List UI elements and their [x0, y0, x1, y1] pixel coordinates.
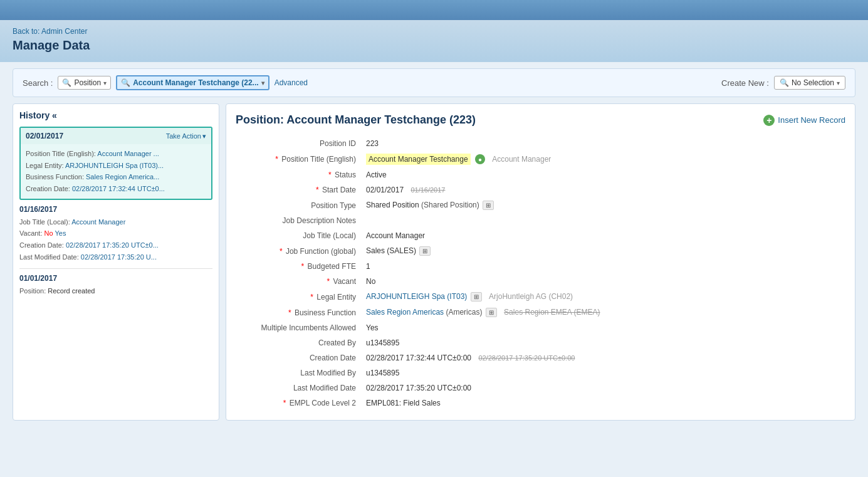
field-value: EMPL081: Field Sales: [361, 396, 845, 411]
table-row: Position Type Shared Position (Shared Po…: [236, 197, 845, 213]
chevron-down-icon: ▾: [837, 80, 840, 86]
chevron-down-icon: ▾: [103, 80, 107, 86]
field-value: 02/01/2017 01/16/2017: [361, 182, 845, 197]
field-label: * Budgeted FTE: [236, 259, 361, 274]
field-label: Multiple Incumbents Allowed: [236, 320, 361, 335]
list-item: Vacant: No Yes: [19, 228, 212, 239]
list-item: Last Modified Date: 02/28/2017 17:35:20 …: [19, 251, 212, 263]
search-value-label: Account Manager Testchange (22...: [133, 78, 259, 87]
table-row: * Position Title (English) Account Manag…: [236, 151, 845, 167]
list-item: Business Function: Sales Region America.…: [26, 171, 206, 183]
take-action-button[interactable]: Take Action ▾: [166, 132, 206, 140]
field-value: Account Manager: [361, 228, 845, 243]
field-tag: ⊞: [471, 292, 482, 301]
search-icon: 🔍: [780, 78, 789, 87]
search-icon: 🔍: [62, 78, 71, 87]
field-label: * Vacant: [236, 274, 361, 289]
field-value: Yes: [361, 320, 845, 335]
table-row: Last Modified Date 02/28/2017 17:35:20 U…: [236, 380, 845, 396]
history-section-jan01: 01/01/2017 Position: Record created: [19, 274, 212, 302]
list-item: Creation Date: 02/28/2017 17:32:44 UTC±0…: [26, 183, 206, 195]
create-new-label: Create New :: [721, 78, 769, 88]
list-item: Legal Entity: ARJOHUNTLEIGH Spa (IT03)..…: [26, 160, 206, 172]
field-label: Last Modified By: [236, 365, 361, 380]
insert-new-record-button[interactable]: + Insert New Record: [763, 115, 845, 126]
field-label: * EMPL Code Level 2: [236, 396, 361, 411]
field-label: * Business Function: [236, 305, 361, 320]
insert-record-label: Insert New Record: [778, 115, 845, 125]
detail-header: Position: Account Manager Testchange (22…: [236, 113, 845, 127]
search-type-dropdown[interactable]: 🔍 Position ▾: [58, 76, 111, 90]
page-title: Manage Data: [13, 38, 855, 53]
table-row: * Start Date 02/01/2017 01/16/2017: [236, 182, 845, 197]
history-panel: History « 02/01/2017 Take Action ▾ Posit…: [13, 103, 219, 421]
field-label: Position ID: [236, 136, 361, 151]
table-row: Last Modified By u1345895: [236, 365, 845, 380]
top-bar: [0, 0, 868, 20]
field-label: Job Description Notes: [236, 213, 361, 228]
field-value: No: [361, 274, 845, 289]
list-item: Creation Date: 02/28/2017 17:35:20 UTC±0…: [19, 239, 212, 251]
field-value: 1: [361, 259, 845, 274]
history-section-date: 01/16/2017: [19, 205, 212, 214]
search-type-label: Position: [74, 78, 101, 87]
field-value: 02/28/2017 17:35:20 UTC±0:00: [361, 380, 845, 396]
field-label: * Start Date: [236, 182, 361, 197]
no-selection-label: No Selection: [792, 78, 834, 87]
field-value: [361, 213, 845, 228]
search-right: Create New : 🔍 No Selection ▾: [721, 76, 845, 90]
field-value: Sales Region Americas (Americas) ⊞ Sales…: [361, 305, 845, 320]
table-row: * Job Function (global) Sales (SALES) ⊞: [236, 243, 845, 259]
strikethrough-value: Sales Region EMEA (EMEA): [504, 308, 600, 317]
field-value: Active: [361, 167, 845, 182]
table-row: Job Description Notes: [236, 213, 845, 228]
history-header[interactable]: History «: [19, 110, 212, 120]
list-item: Position: Record created: [19, 285, 212, 297]
search-icon: 🔍: [121, 78, 130, 87]
search-left: Search : 🔍 Position ▾ 🔍 Account Manager …: [23, 75, 308, 90]
table-row: * EMPL Code Level 2 EMPL081: Field Sales: [236, 396, 845, 411]
field-label: Position Type: [236, 197, 361, 213]
field-value: Shared Position (Shared Position) ⊞: [361, 197, 845, 213]
history-section-body-jan01: Position: Record created: [19, 285, 212, 297]
field-label: Created By: [236, 335, 361, 350]
field-value: 223: [361, 136, 845, 151]
table-row: Multiple Incumbents Allowed Yes: [236, 320, 845, 335]
advanced-link[interactable]: Advanced: [275, 78, 308, 87]
no-selection-dropdown[interactable]: 🔍 No Selection ▾: [774, 76, 845, 90]
table-row: Position ID 223: [236, 136, 845, 151]
table-row: Creation Date 02/28/2017 17:32:44 UTC±0:…: [236, 350, 845, 365]
caret-down-icon: ▾: [202, 132, 206, 140]
detail-title: Position: Account Manager Testchange (22…: [236, 113, 476, 127]
highlighted-value: Account Manager Testchange: [366, 154, 471, 165]
table-row: * Vacant No: [236, 274, 845, 289]
field-value: ARJOHUNTLEIGH Spa (IT03) ⊞ ArjoHuntleigh…: [361, 289, 845, 305]
field-value: Account Manager Testchange ● Account Man…: [361, 151, 845, 167]
history-section-date-jan01: 01/01/2017: [19, 274, 212, 283]
search-value-dropdown[interactable]: 🔍 Account Manager Testchange (22... ▾: [116, 75, 269, 90]
field-label: * Job Function (global): [236, 243, 361, 259]
page-header: Back to: Admin Center Manage Data: [0, 20, 868, 62]
secondary-value: ArjoHuntleigh AG (CH02): [489, 292, 573, 301]
field-value: u1345895: [361, 335, 845, 350]
field-label: * Position Title (English): [236, 151, 361, 167]
plus-icon: +: [763, 115, 775, 126]
field-label: * Legal Entity: [236, 289, 361, 305]
history-section-body: Job Title (Local): Account Manager Vacan…: [19, 216, 212, 263]
history-record-header: 02/01/2017 Take Action ▾: [21, 128, 211, 144]
back-link[interactable]: Back to: Admin Center: [13, 27, 87, 36]
history-section-jan16: 01/16/2017 Job Title (Local): Account Ma…: [19, 205, 212, 269]
history-record-body: Position Title (English): Account Manage…: [21, 144, 211, 199]
search-label: Search :: [23, 78, 53, 88]
field-tag: ⊞: [419, 246, 431, 256]
table-row: Job Title (Local) Account Manager: [236, 228, 845, 243]
secondary-value: Account Manager: [492, 155, 551, 164]
field-tag: ⊞: [486, 308, 497, 317]
edit-icon[interactable]: ●: [475, 154, 485, 164]
field-label: Last Modified Date: [236, 380, 361, 396]
field-label: Creation Date: [236, 350, 361, 365]
field-value: 02/28/2017 17:32:44 UTC±0:00 02/28/2017 …: [361, 350, 845, 365]
list-item: Position Title (English): Account Manage…: [26, 148, 206, 160]
field-label: Job Title (Local): [236, 228, 361, 243]
field-tag: ⊞: [483, 201, 494, 210]
